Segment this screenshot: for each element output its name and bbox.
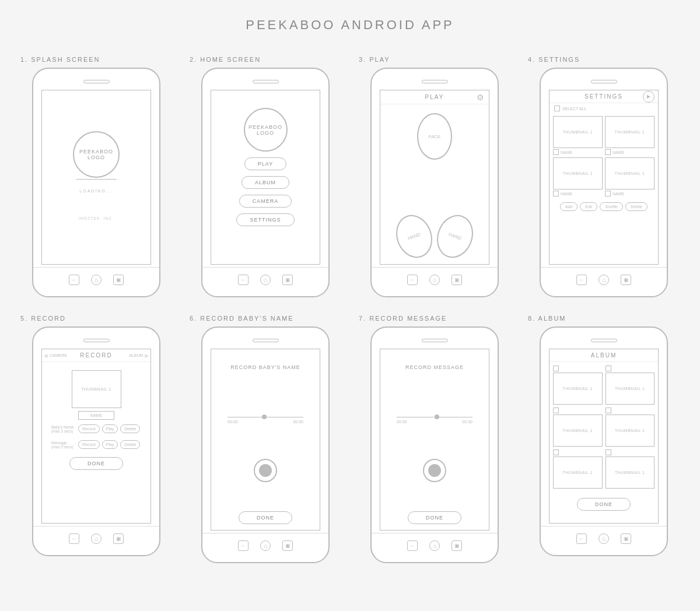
nav-menu-btn-8[interactable] <box>621 533 631 544</box>
screen-record-baby-label: 6. RECORD BABY'S NAME <box>190 315 294 322</box>
album-check-row-6 <box>606 450 655 455</box>
time-end-msg: 00:30 <box>462 420 473 424</box>
baby-record-btn[interactable]: Record <box>78 424 100 433</box>
phone-play-bottom <box>372 267 498 296</box>
album-thumb-2[interactable]: THUMBNAIL 1 <box>606 373 655 405</box>
record-msg-done-btn[interactable]: DONE <box>408 511 461 524</box>
settings-thumbnails-grid: THUMBNAIL 1 NAME THUMBNAIL 1 NAME <box>550 114 658 199</box>
nav-menu-btn-5[interactable] <box>113 533 124 544</box>
msg-delete-btn[interactable]: Delete <box>120 440 140 449</box>
album-thumb-3[interactable]: THUMBNAIL 1 <box>553 415 603 447</box>
nav-back-btn-5[interactable] <box>69 533 79 544</box>
thumb-checkbox-4[interactable] <box>605 191 611 196</box>
record-done-btn[interactable]: DONE <box>69 457 123 470</box>
record-main: THUMBNAIL 1 NAME Baby's Name(max 3 secs)… <box>42 362 150 473</box>
nav-menu-btn[interactable] <box>113 275 124 285</box>
home-play-btn[interactable]: PLAY <box>244 157 286 170</box>
record-camera-link[interactable]: CAMERA <box>50 353 67 357</box>
thumb-item-1: THUMBNAIL 1 NAME <box>553 116 603 155</box>
record-circle-inner <box>259 464 272 477</box>
album-checkbox-1[interactable] <box>553 366 559 371</box>
nav-back-btn-8[interactable] <box>576 533 587 544</box>
album-checkbox-2[interactable] <box>606 366 611 371</box>
album-checkbox-5[interactable] <box>553 450 559 455</box>
home-settings-btn[interactable]: SETTINGS <box>236 213 294 226</box>
album-checkbox-3[interactable] <box>553 408 559 413</box>
baby-play-btn[interactable]: Play <box>102 424 118 433</box>
album-thumb-5[interactable]: THUMBNAIL 1 <box>553 457 603 489</box>
screen-settings-section: 4. SETTINGS SETTINGS ▶ SELECT ALL THUMBN… <box>522 56 685 297</box>
screen-record-label: 5. RECORD <box>20 315 66 322</box>
thumb-checkbox-3[interactable] <box>553 191 559 196</box>
settings-play-icon[interactable]: ▶ <box>643 91 654 103</box>
add-btn[interactable]: Add <box>560 202 578 211</box>
record-circle[interactable] <box>254 459 277 482</box>
nav-back-btn-4[interactable] <box>576 275 587 285</box>
baby-delete-btn[interactable]: Delete <box>120 424 140 433</box>
delete-btn[interactable]: Delete <box>625 202 648 211</box>
record-circle-msg[interactable] <box>423 459 446 482</box>
nav-back-btn-2[interactable] <box>238 275 249 285</box>
nav-menu-btn-2[interactable] <box>282 275 293 285</box>
album-thumb-4[interactable]: THUMBNAIL 1 <box>606 415 655 447</box>
msg-record-btn[interactable]: Record <box>78 440 100 449</box>
nav-back-btn-7[interactable] <box>407 540 418 551</box>
shuffle-btn[interactable]: Shuffle <box>600 202 623 211</box>
record-album-link[interactable]: ALBUM <box>129 353 143 357</box>
album-checkbox-6[interactable] <box>606 450 611 455</box>
album-checkbox-4[interactable] <box>606 408 611 413</box>
thumb-checkbox-1[interactable] <box>553 149 559 155</box>
splash-loading-bar <box>76 179 117 180</box>
record-name-field[interactable]: NAME <box>78 411 114 420</box>
slider-thumb[interactable] <box>262 415 267 419</box>
record-message-row: Message(max 5 secs) Record Play Delete <box>47 438 146 451</box>
nav-home-btn-5[interactable] <box>91 533 102 544</box>
nav-menu-btn-4[interactable] <box>621 275 631 285</box>
record-baby-done-btn[interactable]: DONE <box>239 511 292 524</box>
screen-splash-section: 1. SPLASH SCREEN PEEKABOOLOGO LOADING...… <box>15 56 178 297</box>
edit-btn[interactable]: Edit <box>580 202 597 211</box>
album-done-btn[interactable]: DONE <box>577 498 631 511</box>
phone-settings-speaker <box>591 80 617 83</box>
album-thumb-1[interactable]: THUMBNAIL 1 <box>553 373 603 405</box>
nav-menu-btn-7[interactable] <box>452 540 462 551</box>
screen-play-label: 3. PLAY <box>359 56 390 63</box>
gear-icon[interactable]: ⚙ <box>477 93 484 102</box>
album-item-2: THUMBNAIL 1 <box>606 366 655 405</box>
nav-back-btn-6[interactable] <box>238 540 249 551</box>
screen-record-msg-label: 7. RECORD MESSAGE <box>359 315 447 322</box>
phone-album-screen: ALBUM THUMBNAIL 1 THUMBNAIL 1 <box>549 349 659 524</box>
nav-home-btn[interactable] <box>91 275 102 285</box>
select-all-checkbox[interactable] <box>554 106 560 111</box>
thumb-checkbox-2[interactable] <box>605 149 611 155</box>
msg-play-btn[interactable]: Play <box>102 440 118 449</box>
record-baby-content: RECORD BABY'S NAME 00:00 00:00 DONE <box>211 349 320 530</box>
play-screen-title: PLAY <box>425 94 444 100</box>
slider-thumb-msg[interactable] <box>435 415 439 419</box>
nav-menu-btn-6[interactable] <box>282 540 293 551</box>
thumb-box-4: THUMBNAIL 1 <box>605 157 654 189</box>
phone-record-msg-top <box>372 328 498 349</box>
home-camera-btn[interactable]: CAMERA <box>239 195 292 208</box>
nav-home-btn-7[interactable] <box>429 540 440 551</box>
phone-record-msg: RECORD MESSAGE 00:00 00:30 DONE <box>370 326 499 563</box>
phone-splash-bottom <box>33 267 159 296</box>
nav-home-btn-8[interactable] <box>598 533 609 544</box>
screen-home-label: 2. HOME SCREEN <box>190 56 261 63</box>
album-thumb-6[interactable]: THUMBNAIL 1 <box>606 457 655 489</box>
nav-back-btn[interactable] <box>69 275 79 285</box>
screen-record-section: 5. RECORD « CAMERA RECORD ALBUM » <box>15 315 178 563</box>
album-item-5: THUMBNAIL 1 <box>553 450 603 489</box>
home-album-btn[interactable]: ALBUM <box>242 176 289 189</box>
phone-splash-top <box>33 69 159 90</box>
phone-play-screen: PLAY ⚙ FACE HAND HAND <box>380 90 489 265</box>
nav-home-btn-2[interactable] <box>260 275 271 285</box>
nav-menu-btn-3[interactable] <box>452 275 462 285</box>
nav-home-btn-6[interactable] <box>260 540 271 551</box>
phone-splash-screen: PEEKABOOLOGO LOADING... IMEZTEK, INC. <box>41 90 151 265</box>
nav-home-btn-3[interactable] <box>429 275 440 285</box>
album-check-row-1 <box>553 366 603 371</box>
record-circle-inner-msg <box>428 464 441 477</box>
nav-back-btn-3[interactable] <box>407 275 418 285</box>
nav-home-btn-4[interactable] <box>598 275 609 285</box>
